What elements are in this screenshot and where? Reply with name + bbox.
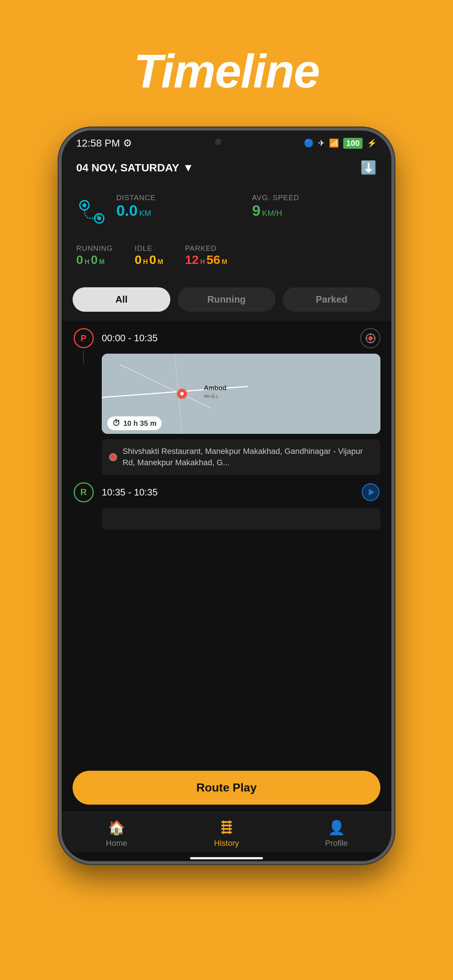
timeline: P 00:00 - 10:35: [62, 321, 391, 771]
parked-label: PARKED: [185, 244, 227, 253]
stats-grid: DISTANCE 0.0 KM AVG. SPEED 9 KM/H: [113, 194, 377, 220]
home-icon: 🏠: [108, 819, 125, 835]
filter-tabs: All Running Parked: [62, 278, 391, 321]
timeline-header-parked: 00:00 - 10:35: [102, 328, 380, 348]
parked-stat: PARKED 12H 56M: [185, 244, 227, 267]
map-timer: ⏱ 10 h 35 m: [107, 416, 161, 430]
play-route-button[interactable]: [360, 482, 380, 503]
timeline-left-running: R: [73, 482, 94, 503]
location-address: Shivshakti Restaurant, Manekpur Makakhad…: [123, 446, 373, 468]
idle-label: IDLE: [135, 244, 163, 253]
timeline-header-running: 10:35 - 10:35: [102, 482, 380, 503]
map-card[interactable]: Ambod અંબોડ ⏱ 10 h 35 m: [102, 354, 380, 434]
charging-icon: ⚡: [367, 138, 377, 148]
history-label: History: [214, 838, 239, 848]
time-display: 12:58 PM: [76, 137, 120, 149]
tab-all[interactable]: All: [73, 287, 170, 312]
timer-icon: ⏱: [112, 418, 120, 428]
map-duration: 10 h 35 m: [123, 419, 156, 428]
map-background: Ambod અંબોડ ⏱ 10 h 35 m: [102, 354, 380, 434]
running-label: RUNNING: [76, 244, 113, 253]
running-content-placeholder: [102, 508, 380, 530]
distance-stat: DISTANCE 0.0 KM: [116, 194, 241, 220]
app-content: 04 NOV, SATURDAY ▼ ⬇️ DISTANCE: [62, 153, 391, 861]
svg-text:અંબોડ: અંબોડ: [203, 393, 218, 399]
avg-speed-label: AVG. SPEED: [252, 194, 377, 202]
home-label: Home: [106, 838, 127, 848]
date-display: 04 NOV, SATURDAY: [76, 162, 179, 174]
nav-profile[interactable]: 👤 Profile: [282, 819, 391, 848]
route-play-button[interactable]: Route Play: [73, 771, 380, 805]
battery-indicator: 100: [343, 138, 362, 149]
tab-running[interactable]: Running: [178, 287, 275, 312]
settings-icon: ⚙: [123, 137, 132, 149]
target-location-button[interactable]: [360, 328, 380, 348]
bluetooth-icon: 🔵: [304, 138, 314, 148]
page-title: Timeline: [134, 44, 319, 99]
timeline-connector: [83, 350, 84, 364]
svg-point-3: [97, 216, 101, 221]
status-icons: 🔵 ✈ 📶 100 ⚡: [304, 138, 377, 149]
camera-notch: [215, 138, 222, 145]
bottom-nav: 🏠 Home 🛤 History 👤 Profile: [62, 812, 391, 852]
timeline-content-parked: 00:00 - 10:35: [102, 328, 380, 475]
download-button[interactable]: ⬇️: [360, 160, 377, 175]
timeline-left-parked: P: [73, 328, 94, 364]
running-badge: R: [74, 482, 94, 503]
avg-speed-value: 9 KM/H: [252, 202, 377, 220]
route-icon: [76, 196, 113, 230]
profile-icon: 👤: [328, 819, 345, 835]
avg-speed-stat: AVG. SPEED 9 KM/H: [252, 194, 377, 220]
nav-home[interactable]: 🏠 Home: [62, 819, 171, 848]
running-stat: RUNNING 0H 0M: [76, 244, 113, 267]
svg-point-4: [368, 336, 373, 340]
airplane-icon: ✈: [318, 138, 325, 148]
camera-dot: [215, 138, 222, 145]
status-time: 12:58 PM ⚙: [76, 137, 132, 149]
stats-section: DISTANCE 0.0 KM AVG. SPEED 9 KM/H: [62, 183, 391, 240]
timeline-content-running: 10:35 - 10:35: [102, 482, 380, 530]
history-icon: 🛤: [220, 820, 233, 835]
dropdown-arrow-icon: ▼: [183, 162, 194, 174]
parked-time-range: 00:00 - 10:35: [102, 332, 158, 344]
date-selector[interactable]: 04 NOV, SATURDAY ▼: [76, 162, 194, 174]
wifi-icon: 📶: [329, 138, 339, 148]
distance-value: 0.0 KM: [116, 202, 241, 220]
profile-label: Profile: [325, 838, 348, 848]
svg-text:Ambod: Ambod: [204, 384, 226, 391]
timeline-item-running: R 10:35 - 10:35: [73, 482, 380, 530]
home-indicator: [190, 857, 263, 859]
time-stats: RUNNING 0H 0M IDLE 0H 0M PARKED 12H 56M: [62, 240, 391, 278]
nav-history[interactable]: 🛤 History: [171, 820, 281, 848]
timeline-item-parked: P 00:00 - 10:35: [73, 328, 380, 475]
svg-point-1: [83, 204, 86, 207]
running-time-range: 10:35 - 10:35: [102, 487, 158, 498]
parked-badge: P: [74, 328, 94, 348]
location-dot-icon: [109, 453, 117, 461]
status-bar: 12:58 PM ⚙ 🔵 ✈ 📶 100 ⚡: [62, 130, 391, 153]
header-bar: 04 NOV, SATURDAY ▼ ⬇️: [62, 153, 391, 183]
tab-parked[interactable]: Parked: [283, 287, 380, 312]
location-row: Shivshakti Restaurant, Manekpur Makakhad…: [102, 439, 380, 475]
phone-device: 12:58 PM ⚙ 🔵 ✈ 📶 100 ⚡ 04 NOV, SATURDAY …: [59, 127, 394, 864]
distance-label: DISTANCE: [116, 194, 241, 202]
idle-stat: IDLE 0H 0M: [135, 244, 163, 267]
svg-point-18: [180, 392, 184, 396]
